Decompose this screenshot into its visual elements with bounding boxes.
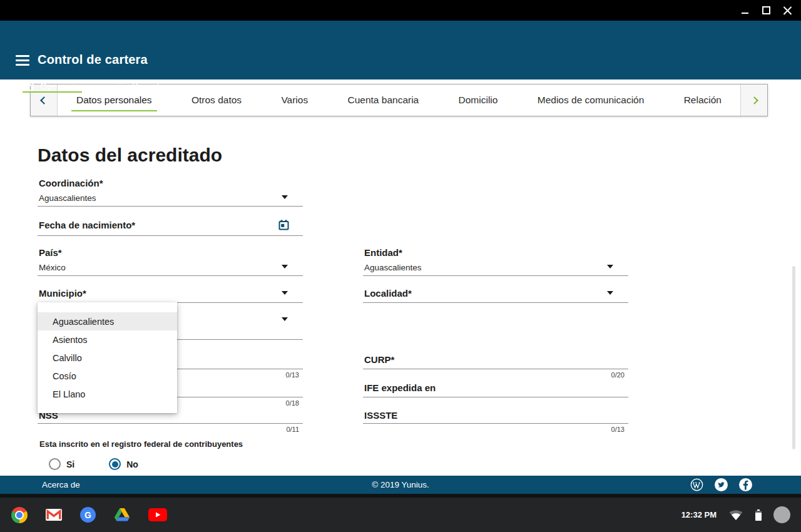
clock[interactable]: 12:32 PM: [681, 510, 717, 519]
os-titlebar: [0, 0, 801, 21]
rfc-question-label: Esta inscrito en el registro federal de …: [39, 439, 243, 449]
os-shelf: G 12:32 PM: [0, 498, 801, 532]
chevron-down-icon[interactable]: [282, 195, 288, 199]
char-counter: 0/20: [611, 371, 625, 379]
social-links: [690, 478, 752, 491]
nav-item-reportes[interactable]: Reportes: [115, 77, 169, 96]
radio-si[interactable]: Si: [49, 458, 74, 470]
char-counter: 0/11: [286, 426, 299, 433]
field-label: Coordinación*: [39, 178, 103, 188]
field-issste[interactable]: ISSSTE 0/13: [363, 410, 628, 424]
dropdown-option-cosio[interactable]: Cosío: [38, 367, 177, 385]
battery-icon[interactable]: [755, 511, 762, 521]
field-value: Aguascalientes: [364, 263, 422, 272]
field-coordinacion[interactable]: Coordinación* Aguascalientes: [38, 178, 303, 207]
hamburger-menu-icon[interactable]: [16, 55, 29, 66]
report-list-icon: [115, 82, 126, 91]
main-nav: Operación Reportes: [23, 77, 169, 96]
field-label: ISSSTE: [364, 410, 397, 421]
gmail-icon[interactable]: [46, 509, 62, 521]
char-counter: 0/13: [286, 371, 299, 379]
chevron-down-icon[interactable]: [607, 291, 613, 295]
avatar[interactable]: [773, 506, 790, 523]
chevron-down-icon[interactable]: [607, 265, 613, 269]
dropdown-option-el-llano[interactable]: El Llano: [38, 385, 177, 403]
twitter-icon[interactable]: [715, 478, 728, 491]
chevron-down-icon[interactable]: [282, 265, 288, 269]
vertical-scrollbar-thumb[interactable]: [792, 266, 795, 449]
operation-chart-icon: [23, 80, 34, 93]
app-title: Control de cartera: [38, 53, 148, 67]
drive-icon[interactable]: [114, 508, 130, 522]
field-localidad[interactable]: Localidad*: [363, 288, 628, 303]
rfc-radio-group: Si No: [49, 458, 138, 470]
municipio-dropdown-panel: Aguascalientes Asientos Calvillo Cosío E…: [38, 302, 177, 413]
tab-relacion[interactable]: Relación: [676, 84, 729, 116]
field-label: CURP*: [364, 354, 394, 365]
field-label: Localidad*: [364, 288, 412, 299]
app-launcher-icon[interactable]: [185, 509, 197, 521]
tab-medios-comunicacion[interactable]: Medios de comunicación: [530, 84, 652, 116]
dropdown-option-aguascalientes[interactable]: Aguascalientes: [38, 312, 177, 330]
field-pais[interactable]: País* México: [38, 247, 303, 276]
chrome-icon[interactable]: [11, 507, 28, 523]
field-label: Entidad*: [364, 247, 402, 258]
app-footer: Acerca de © 2019 Yunius.: [0, 476, 801, 494]
youtube-icon[interactable]: [148, 508, 167, 521]
wifi-icon[interactable]: [728, 509, 743, 521]
field-curp[interactable]: CURP* 0/20: [363, 354, 628, 369]
field-entidad[interactable]: Entidad* Aguascalientes: [363, 247, 628, 276]
tab-varios[interactable]: Varios: [273, 84, 315, 116]
radio-label: No: [126, 459, 138, 469]
char-counter: 0/18: [286, 399, 299, 407]
radio-selected-icon: [109, 458, 121, 470]
chevron-right-icon: [750, 96, 758, 105]
tab-domicilio[interactable]: Domicilio: [451, 84, 506, 116]
minimize-button[interactable]: [740, 6, 750, 15]
field-ife-expedida[interactable]: IFE expedida en: [363, 382, 628, 397]
chevron-left-icon: [40, 96, 48, 105]
field-municipio[interactable]: Municipio*: [38, 288, 303, 303]
field-value: México: [39, 263, 66, 272]
field-label: Municipio*: [39, 288, 86, 299]
facebook-icon[interactable]: [739, 478, 752, 491]
tab-otros-datos[interactable]: Otros datos: [184, 84, 249, 116]
chevron-down-icon[interactable]: [282, 291, 288, 295]
char-counter: 0/13: [611, 426, 625, 433]
page-title: Datos del acreditado: [38, 145, 222, 166]
nav-item-label: Operación: [40, 81, 82, 91]
tabs-scroll-right-button[interactable]: [740, 84, 767, 116]
close-button[interactable]: [783, 6, 792, 15]
nav-item-operacion[interactable]: Operación: [23, 77, 82, 96]
field-label: País*: [39, 247, 62, 258]
field-label: Fecha de nacimiento*: [39, 220, 135, 230]
field-fecha-nacimiento[interactable]: Fecha de nacimiento*: [38, 220, 303, 236]
dropdown-option-calvillo[interactable]: Calvillo: [38, 349, 177, 367]
wordpress-icon[interactable]: [690, 478, 703, 491]
calendar-icon[interactable]: [278, 220, 289, 233]
dropdown-option-asientos[interactable]: Asientos: [38, 330, 177, 349]
app-header: Control de cartera Operación Reportes: [0, 21, 801, 79]
copyright-text: © 2019 Yunius.: [0, 480, 801, 489]
chevron-down-icon[interactable]: [282, 317, 288, 321]
google-icon[interactable]: G: [80, 507, 96, 523]
tab-cuenta-bancaria[interactable]: Cuenta bancaria: [340, 84, 426, 116]
maximize-button[interactable]: [762, 6, 771, 15]
radio-unselected-icon: [49, 458, 61, 470]
radio-label: Si: [66, 459, 74, 469]
nav-item-label: Reportes: [132, 81, 169, 91]
field-label: IFE expedida en: [364, 382, 436, 393]
radio-no[interactable]: No: [109, 458, 138, 470]
field-value: Aguascalientes: [39, 193, 96, 203]
